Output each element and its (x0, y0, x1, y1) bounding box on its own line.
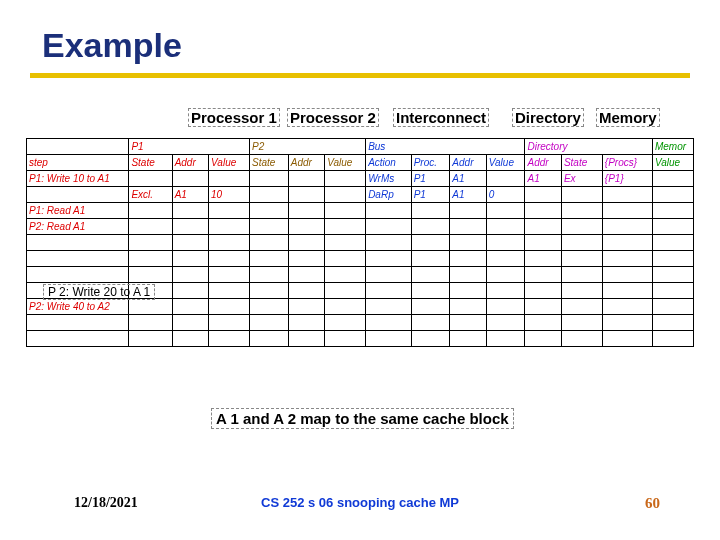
cell-mvalue (652, 187, 693, 203)
cell-action: DaRp (366, 187, 412, 203)
cell-action: WrMs (366, 171, 412, 187)
group-p1: P1 (129, 139, 250, 155)
cell-addr2 (288, 331, 324, 347)
cell-bvalue (486, 283, 525, 299)
table-row: P2: Write 40 to A2 (27, 299, 694, 315)
cell-state2 (250, 235, 289, 251)
cell-value2 (325, 171, 366, 187)
section-label-row: Processor 1 Processor 2 Interconnect Dir… (0, 108, 720, 136)
cell-mvalue (652, 219, 693, 235)
cell-daddr (525, 283, 561, 299)
label-directory: Directory (512, 108, 584, 127)
cell-addr1 (172, 251, 208, 267)
cell-procs (602, 251, 652, 267)
cell-bvalue (486, 171, 525, 187)
cell-addr2 (288, 219, 324, 235)
cell-addr2 (288, 171, 324, 187)
cell-action (366, 299, 412, 315)
cell-dstate (561, 235, 602, 251)
cell-state1 (129, 251, 172, 267)
cell-addr2 (288, 299, 324, 315)
table-row (27, 251, 694, 267)
cell-addr2 (288, 235, 324, 251)
cell-procs (602, 283, 652, 299)
cell-dstate: Ex (561, 171, 602, 187)
label-interconnect: Interconnect (393, 108, 489, 127)
table-row: P2: Read A1 (27, 219, 694, 235)
column-header-row: step State Addr Value State Addr Value A… (27, 155, 694, 171)
cell-proc: P1 (411, 187, 450, 203)
cell-value2 (325, 299, 366, 315)
cell-value2 (325, 251, 366, 267)
label-processor1: Processor 1 (188, 108, 280, 127)
cell-step: P2: Read A1 (27, 219, 129, 235)
cell-bvalue (486, 299, 525, 315)
cell-dstate (561, 315, 602, 331)
cell-value2 (325, 283, 366, 299)
cell-state1: Excl. (129, 187, 172, 203)
cell-addr2 (288, 283, 324, 299)
cell-state2 (250, 187, 289, 203)
col-bus-action: Action (366, 155, 412, 171)
label-memory: Memory (596, 108, 660, 127)
cell-procs (602, 267, 652, 283)
cell-baddr (450, 203, 486, 219)
cell-baddr (450, 299, 486, 315)
col-p2-state: State (250, 155, 289, 171)
cell-value1 (209, 299, 250, 315)
label-processor2: Processor 2 (287, 108, 379, 127)
cell-mvalue (652, 283, 693, 299)
cell-procs (602, 187, 652, 203)
cell-state1 (129, 331, 172, 347)
cell-addr2 (288, 187, 324, 203)
cell-dstate (561, 219, 602, 235)
group-p2: P2 (250, 139, 366, 155)
cell-daddr (525, 331, 561, 347)
cell-dstate (561, 331, 602, 347)
cell-state2 (250, 267, 289, 283)
table-row: P1: Read A1 (27, 203, 694, 219)
cell-value2 (325, 267, 366, 283)
cell-daddr (525, 187, 561, 203)
cell-value2 (325, 203, 366, 219)
page-title: Example (0, 0, 720, 71)
cell-state1 (129, 299, 172, 315)
table-row (27, 235, 694, 251)
cell-value2 (325, 315, 366, 331)
cell-daddr (525, 267, 561, 283)
col-p1-addr: Addr (172, 155, 208, 171)
cell-value1 (209, 251, 250, 267)
cell-procs (602, 315, 652, 331)
cell-bvalue (486, 267, 525, 283)
cell-action (366, 219, 412, 235)
cell-value1 (209, 315, 250, 331)
cell-proc (411, 251, 450, 267)
cell-state1 (129, 267, 172, 283)
cell-dstate (561, 267, 602, 283)
cell-mvalue (652, 267, 693, 283)
cell-addr1 (172, 267, 208, 283)
cell-state1 (129, 203, 172, 219)
cell-value1 (209, 203, 250, 219)
cell-mvalue (652, 203, 693, 219)
cell-state1 (129, 171, 172, 187)
cell-proc (411, 235, 450, 251)
step-callout-write20: P 2: Write 20 to A 1 (43, 284, 155, 300)
group-bus: Bus (366, 139, 525, 155)
cell-state2 (250, 283, 289, 299)
cell-addr1 (172, 283, 208, 299)
cell-state2 (250, 315, 289, 331)
table-row: Excl.A110DaRpP1A10 (27, 187, 694, 203)
cell-addr1 (172, 299, 208, 315)
cell-value1 (209, 283, 250, 299)
cell-value1 (209, 331, 250, 347)
table-row (27, 267, 694, 283)
table-row (27, 331, 694, 347)
cell-daddr (525, 315, 561, 331)
cell-mvalue (652, 331, 693, 347)
cell-daddr (525, 299, 561, 315)
title-rule (30, 73, 690, 78)
cell-proc (411, 203, 450, 219)
footer-date: 12/18/2021 (74, 495, 138, 511)
cell-state2 (250, 299, 289, 315)
